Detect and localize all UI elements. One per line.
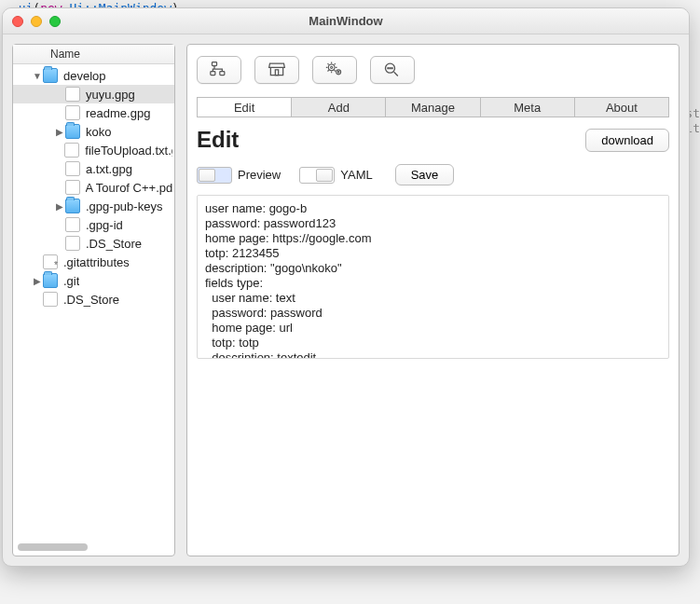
folder-icon [65,124,80,139]
sidebar-scrollbar[interactable] [16,542,172,553]
file-icon [65,180,80,195]
tree-row[interactable]: ▶koko [13,122,174,141]
yaml-label: YAML [340,168,372,182]
minimize-icon[interactable] [31,16,42,27]
editor[interactable]: user name: gogo-b password: password123 … [197,195,669,359]
tree-row[interactable]: ▼develop [13,66,174,85]
tree-row[interactable]: fileToUpload.txt.g [13,141,174,159]
tree-label: koko [86,125,111,139]
tabbar: EditAddManageMetaAbout [197,97,669,117]
tab-manage[interactable]: Manage [386,98,480,117]
tree-row[interactable]: .gpg-id [13,215,174,234]
tree-label: .DS_Store [86,237,142,251]
toolbar [197,56,669,84]
tree-label: yuyu.gpg [86,88,135,102]
preview-label: Preview [238,168,281,182]
chevron-down-icon[interactable]: ▼ [32,71,43,81]
tree-label: readme.gpg [86,106,150,120]
svg-point-4 [328,64,335,71]
tree-label: fileToUpload.txt.g [85,144,172,158]
window-title: MainWindow [3,14,689,28]
tree-row[interactable]: ▶.gpg-pub-keys [13,197,174,215]
file-icon [65,161,80,176]
tab-add[interactable]: Add [292,98,386,117]
tree-row[interactable]: ▶.git [13,271,174,290]
window-controls [3,16,61,27]
svg-point-7 [337,71,339,73]
tree-label: a.txt.gpg [86,162,132,176]
store-button[interactable] [254,56,299,84]
search-button[interactable] [370,56,415,84]
tab-meta[interactable]: Meta [481,98,575,117]
file-icon [43,292,58,307]
svg-rect-1 [211,71,215,75]
tree-label: A Tourof C++.pdf [86,181,172,195]
tree-header[interactable]: Name [13,45,174,64]
file-icon [65,217,80,232]
preview-toggle[interactable] [197,167,232,184]
tree-label: develop [63,69,106,83]
tree-row[interactable]: .DS_Store [13,290,174,309]
main-panel: EditAddManageMetaAbout Edit download Pre… [186,44,679,556]
svg-rect-2 [220,71,225,75]
gears-icon [325,61,344,80]
file-settings-icon [43,254,58,269]
scrollbar-thumb[interactable] [18,543,88,551]
tree-icon [210,61,228,80]
tree-label: .DS_Store [63,293,119,307]
svg-rect-3 [275,69,278,75]
save-button[interactable]: Save [395,164,455,185]
zoom-icon[interactable] [49,16,61,27]
page-header: Edit download [197,127,669,153]
folder-icon [65,199,80,213]
chevron-right-icon[interactable]: ▶ [54,201,65,212]
svg-point-11 [391,67,392,68]
tree-row[interactable]: .DS_Store [13,234,174,253]
tree-label: .gitattributes [63,255,130,269]
tree-label: .gpg-id [86,218,123,232]
file-icon [65,87,80,102]
file-icon [65,236,80,251]
svg-point-6 [336,69,341,74]
toggle-row: Preview YAML Save [197,164,669,185]
window-body: Name ▼developyuyu.gpgreadme.gpg▶kokofile… [3,34,689,566]
tab-edit[interactable]: Edit [198,98,292,117]
file-icon [65,105,80,120]
svg-point-9 [390,67,391,68]
folder-icon [43,273,58,288]
file-tree[interactable]: ▼developyuyu.gpgreadme.gpg▶kokofileToUpl… [13,64,174,539]
tree-row[interactable]: a.txt.gpg [13,159,174,178]
tree-row[interactable]: readme.gpg [13,103,174,122]
file-icon [64,143,79,158]
tree-label: .git [63,274,79,288]
sidebar: Name ▼developyuyu.gpgreadme.gpg▶kokofile… [12,44,175,556]
tab-about[interactable]: About [575,98,668,117]
close-icon[interactable] [12,16,23,27]
tree-row[interactable]: A Tourof C++.pdf [13,178,174,197]
svg-point-5 [331,66,333,68]
svg-rect-0 [213,62,217,65]
tree-row[interactable]: .gitattributes [13,253,174,271]
store-icon [268,61,286,80]
chevron-right-icon[interactable]: ▶ [54,127,65,137]
settings-button[interactable] [312,56,357,84]
page-title: Edit [197,127,239,153]
tree-row[interactable]: yuyu.gpg [13,85,174,103]
chevron-right-icon[interactable]: ▶ [32,276,43,286]
download-button[interactable]: download [585,129,669,152]
tree-button[interactable] [197,56,241,84]
main-window: MainWindow Name ▼developyuyu.gpgreadme.g… [2,7,690,567]
yaml-toggle[interactable] [299,167,335,184]
search-icon [383,61,402,80]
tree-label: .gpg-pub-keys [86,199,162,213]
folder-icon [43,68,58,83]
titlebar[interactable]: MainWindow [3,8,689,34]
svg-point-10 [388,67,389,68]
